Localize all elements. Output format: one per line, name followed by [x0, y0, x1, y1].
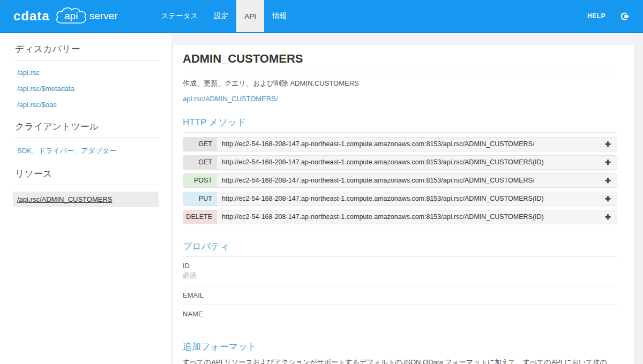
method-badge-delete: DELETE: [183, 210, 217, 224]
sidebar-section-discovery: ディスカバリー: [15, 43, 159, 60]
property-name: EMAIL: [183, 291, 617, 299]
resource-link[interactable]: api.rsc/ADMIN_CUSTOMERS/: [183, 95, 278, 103]
properties-list: ID 必須 EMAIL NAME: [183, 257, 617, 323]
resource-detail-panel: ADMIN_CUSTOMERS 作成、更新、クエリ、および削除 ADMIN.CU…: [172, 44, 634, 364]
logo-brand-text: cdata: [13, 9, 50, 24]
method-row-get-collection: GET http://ec2-54-168-208-147.ap-northea…: [183, 137, 617, 151]
formats-heading: 追加フォーマット: [183, 340, 617, 353]
property-row-id: ID 必須: [183, 257, 617, 286]
sidebar-item-metadata[interactable]: /api.rsc/$metadata: [17, 85, 159, 93]
endpoint-url: http://ec2-54-168-208-147.ap-northeast-1…: [222, 210, 544, 224]
tab-status[interactable]: ステータス: [153, 0, 206, 32]
method-badge-get: GET: [183, 138, 217, 151]
sidebar-section-client-tools: クライアントツール: [15, 120, 159, 138]
tab-api[interactable]: API: [236, 0, 264, 32]
logo-product-left: api: [64, 10, 78, 22]
help-link[interactable]: HELP: [587, 12, 605, 20]
property-name: NAME: [183, 310, 617, 318]
method-row-delete: DELETE http://ec2-54-168-208-147.ap-nort…: [183, 210, 617, 224]
resource-description: 作成、更新、クエリ、および削除 ADMIN.CUSTOMERS: [183, 79, 617, 88]
property-name: ID: [183, 262, 617, 270]
properties-heading: プロパティ: [183, 240, 617, 257]
sign-out-icon[interactable]: [620, 12, 630, 21]
expand-row-button[interactable]: ✚: [599, 192, 617, 206]
method-row-get-item: GET http://ec2-54-168-208-147.ap-northea…: [183, 155, 617, 170]
expand-row-button[interactable]: ✚: [599, 210, 617, 224]
property-row-name: NAME: [183, 305, 617, 323]
endpoint-url: http://ec2-54-168-208-147.ap-northeast-1…: [222, 174, 534, 187]
http-method-list: GET http://ec2-54-168-208-147.ap-northea…: [183, 137, 617, 224]
main-nav: ステータス 設定 API 情報: [153, 0, 295, 32]
formats-description: すべてのAPI リソースおよびアクションがサポートするデフォルトのJSON OD…: [183, 358, 617, 364]
method-row-put: PUT http://ec2-54-168-208-147.ap-northea…: [183, 192, 617, 206]
scroll-gutter[interactable]: [634, 33, 643, 364]
sidebar-item-api-rsc[interactable]: /api.rsc: [17, 69, 159, 77]
page-title: ADMIN_CUSTOMERS: [183, 52, 617, 72]
sidebar-item-oas[interactable]: /api.rsc/$oas: [17, 101, 159, 109]
logo-product-right: server: [89, 10, 118, 22]
sidebar-item-admin-customers[interactable]: /api.rsc/ADMIN_CUSTOMERS: [13, 192, 159, 207]
http-methods-heading: HTTP メソッド: [183, 116, 617, 133]
method-badge-get: GET: [183, 156, 217, 169]
cloud-icon: api: [54, 5, 88, 27]
top-navbar: cdata api server ステータス 設定 API 情報 HELP: [0, 0, 643, 33]
endpoint-url: http://ec2-54-168-208-147.ap-northeast-1…: [222, 156, 544, 169]
tab-info[interactable]: 情報: [264, 0, 295, 32]
method-row-post: POST http://ec2-54-168-208-147.ap-northe…: [183, 173, 617, 188]
expand-row-button[interactable]: ✚: [599, 174, 617, 187]
property-row-email: EMAIL: [183, 286, 617, 305]
tab-settings[interactable]: 設定: [206, 0, 236, 32]
app-logo[interactable]: cdata api server: [13, 0, 118, 32]
sidebar-section-resources: リソース: [15, 168, 159, 185]
endpoint-url: http://ec2-54-168-208-147.ap-northeast-1…: [222, 192, 544, 206]
sidebar-item-sdk-drivers[interactable]: SDK、ドライバー、アダプター: [17, 146, 159, 156]
sidebar: ディスカバリー /api.rsc /api.rsc/$metadata /api…: [0, 33, 171, 364]
navbar-right: HELP: [587, 0, 630, 32]
method-badge-put: PUT: [183, 192, 217, 206]
method-badge-post: POST: [183, 174, 217, 187]
additional-formats-section: 追加フォーマット すべてのAPI リソースおよびアクションがサポートするデフォル…: [183, 340, 617, 364]
expand-row-button[interactable]: ✚: [599, 138, 617, 151]
endpoint-url: http://ec2-54-168-208-147.ap-northeast-1…: [222, 138, 534, 151]
expand-row-button[interactable]: ✚: [599, 156, 617, 169]
property-required-note: 必須: [183, 271, 617, 280]
